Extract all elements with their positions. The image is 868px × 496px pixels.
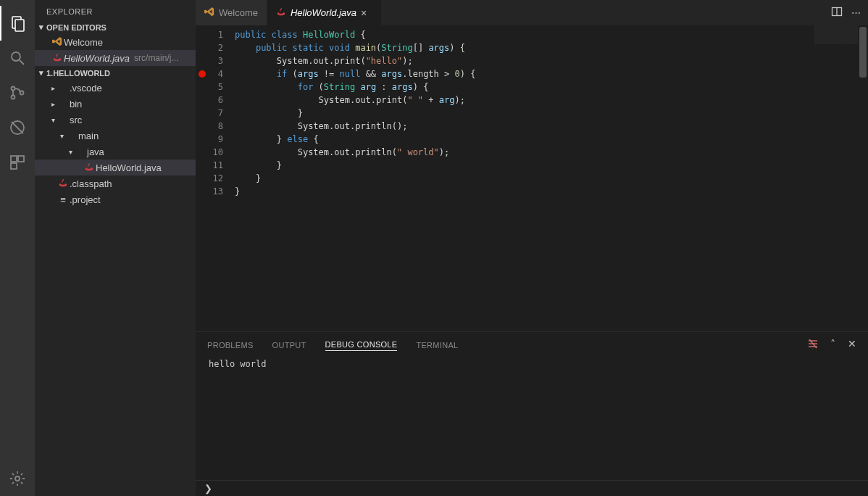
svg-point-12 bbox=[15, 476, 20, 481]
editor-tab[interactable]: Welcome bbox=[196, 0, 267, 25]
twisty-icon: ▸ bbox=[49, 84, 57, 92]
twisty-icon: ▾ bbox=[49, 116, 57, 124]
twisty-icon: ▸ bbox=[49, 100, 57, 108]
tree-folder[interactable]: ▾main bbox=[35, 128, 196, 144]
vscode-icon bbox=[52, 36, 62, 49]
tree-file[interactable]: HelloWorld.java bbox=[35, 160, 196, 175]
tree-folder[interactable]: ▾java bbox=[35, 144, 196, 160]
editor-tabs: WelcomeHelloWorld.java× ⋯ bbox=[196, 0, 868, 25]
more-actions-icon[interactable]: ⋯ bbox=[851, 7, 861, 18]
bottom-panel: PROBLEMSOUTPUTDEBUG CONSOLETERMINAL ˄ ✕ … bbox=[196, 331, 868, 480]
svg-rect-1 bbox=[15, 20, 24, 31]
tree-item-label: .classpath bbox=[70, 178, 112, 189]
status-bar: ❯ bbox=[196, 480, 868, 496]
tree-item-label: java bbox=[87, 146, 104, 157]
panel-tabs: PROBLEMSOUTPUTDEBUG CONSOLETERMINAL ˄ ✕ bbox=[196, 332, 868, 357]
java-file-icon bbox=[52, 52, 62, 64]
java-file-icon bbox=[276, 9, 286, 18]
twisty-icon: ▾ bbox=[67, 148, 74, 156]
java-file-icon bbox=[58, 178, 68, 189]
open-editor-desc: src/main/j... bbox=[134, 53, 178, 63]
tree-item-label: bin bbox=[70, 99, 82, 109]
file-icon: ≡ bbox=[60, 194, 66, 205]
activity-explorer-icon[interactable] bbox=[0, 6, 35, 41]
panel-tab[interactable]: TERMINAL bbox=[416, 339, 458, 351]
activity-scm-icon[interactable] bbox=[0, 75, 35, 110]
tab-label: Welcome bbox=[219, 7, 258, 18]
line-numbers: 12345678910111213 bbox=[207, 25, 235, 331]
split-editor-icon[interactable] bbox=[831, 6, 843, 20]
tab-label: HelloWorld.java bbox=[291, 7, 356, 18]
tree-file[interactable]: .classpath bbox=[35, 175, 196, 191]
java-file-icon bbox=[84, 162, 94, 173]
open-editor-item[interactable]: Welcome bbox=[35, 34, 196, 50]
open-editor-label: Welcome bbox=[64, 37, 103, 48]
code-area[interactable]: public class HelloWorld { public static … bbox=[235, 25, 814, 331]
tree-file[interactable]: ≡.project bbox=[35, 191, 196, 207]
panel-tab[interactable]: OUTPUT bbox=[272, 339, 306, 351]
open-editor-item[interactable]: HelloWorld.javasrc/main/j... bbox=[35, 50, 196, 66]
svg-line-3 bbox=[20, 60, 24, 65]
tab-close-icon[interactable]: × bbox=[361, 7, 372, 19]
vertical-scrollbar[interactable] bbox=[858, 25, 868, 331]
breakpoint-icon[interactable] bbox=[199, 70, 206, 78]
svg-rect-9 bbox=[11, 156, 17, 162]
svg-rect-10 bbox=[18, 156, 24, 162]
twisty-icon: ▾ bbox=[58, 132, 65, 140]
workspace-header[interactable]: ▾1.HELLOWORLD bbox=[35, 66, 196, 80]
editor-tab[interactable]: HelloWorld.java× bbox=[267, 0, 382, 25]
svg-point-5 bbox=[12, 96, 15, 99]
svg-point-4 bbox=[12, 87, 15, 91]
activity-debug-icon[interactable] bbox=[0, 110, 35, 145]
activity-settings-icon[interactable] bbox=[0, 461, 35, 496]
tree-folder[interactable]: ▸bin bbox=[35, 96, 196, 112]
explorer-sidebar: EXPLORER ▾OPEN EDITORS WelcomeHelloWorld… bbox=[35, 0, 196, 496]
tree-item-label: .vscode bbox=[70, 83, 102, 94]
clear-console-icon[interactable] bbox=[807, 338, 819, 352]
tree-item-label: main bbox=[78, 131, 99, 141]
editor[interactable]: 12345678910111213 public class HelloWorl… bbox=[196, 25, 868, 331]
activity-bar bbox=[0, 0, 35, 496]
debug-console-output: hello world bbox=[196, 357, 868, 480]
tree-item-label: .project bbox=[70, 194, 101, 205]
status-prompt[interactable]: ❯ bbox=[204, 483, 212, 494]
open-editor-label: HelloWorld.java bbox=[64, 53, 130, 64]
vscode-icon bbox=[204, 9, 214, 19]
activity-extensions-icon[interactable] bbox=[0, 145, 35, 180]
tree-folder[interactable]: ▾src bbox=[35, 112, 196, 128]
panel-maximize-icon[interactable]: ˄ bbox=[830, 338, 835, 352]
panel-tab[interactable]: DEBUG CONSOLE bbox=[325, 339, 398, 351]
minimap[interactable] bbox=[814, 25, 858, 331]
open-editors-header[interactable]: ▾OPEN EDITORS bbox=[35, 20, 196, 34]
tree-folder[interactable]: ▸.vscode bbox=[35, 80, 196, 96]
tree-item-label: HelloWorld.java bbox=[96, 162, 162, 173]
panel-close-icon[interactable]: ✕ bbox=[848, 338, 856, 352]
svg-rect-11 bbox=[11, 163, 17, 169]
activity-search-icon[interactable] bbox=[0, 41, 35, 75]
svg-point-2 bbox=[12, 52, 20, 61]
tree-item-label: src bbox=[70, 115, 82, 125]
sidebar-title: EXPLORER bbox=[35, 0, 196, 20]
panel-tab[interactable]: PROBLEMS bbox=[207, 339, 254, 351]
main-area: WelcomeHelloWorld.java× ⋯ 12345678910111… bbox=[196, 0, 868, 496]
svg-line-8 bbox=[12, 122, 23, 133]
